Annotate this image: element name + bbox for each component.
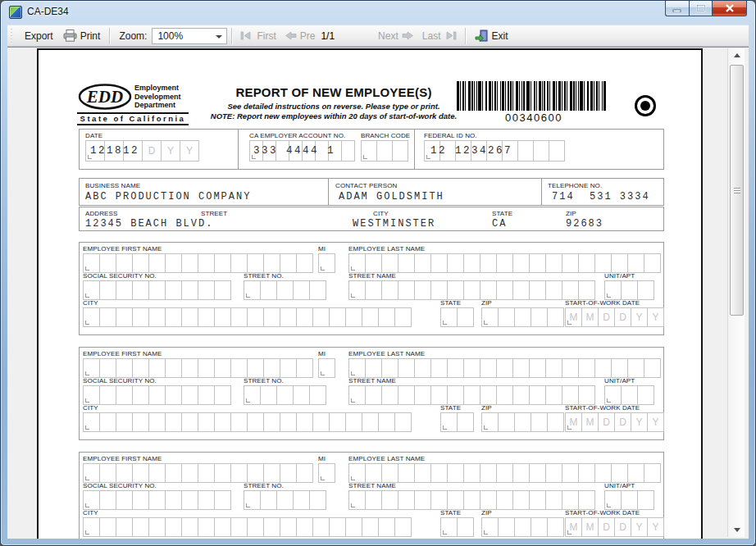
- character-boxes: [83, 253, 313, 273]
- print-icon: [63, 30, 77, 42]
- char-box: [296, 253, 313, 273]
- zoom-value: 100%: [157, 30, 183, 42]
- char-box: [312, 307, 330, 327]
- char-box: [378, 517, 395, 537]
- field-label: MI: [318, 350, 335, 358]
- print-button[interactable]: Print: [58, 27, 106, 44]
- char-box: [562, 253, 579, 273]
- employee-block: EMPLOYEE FIRST NAMEMIEMPLOYEE LAST NAMES…: [79, 242, 664, 335]
- character-boxes: [348, 490, 595, 510]
- close-button[interactable]: [713, 1, 747, 16]
- toolbar-separator: [231, 28, 232, 44]
- char-box: [394, 412, 412, 432]
- scroll-down-button[interactable]: [728, 523, 745, 537]
- minimize-button[interactable]: [665, 1, 689, 16]
- char-box: [230, 307, 248, 327]
- field-label: STATE: [440, 404, 474, 412]
- prev-page-button[interactable]: Pre: [280, 28, 320, 44]
- char-box: [293, 490, 310, 510]
- field-label: START-OF-WORK DATE: [565, 299, 664, 307]
- char-box: [230, 517, 248, 537]
- char-box: [263, 307, 280, 327]
- character-boxes: [481, 412, 564, 432]
- business-section: BUSINESS NAME CONTACT PERSON TELEPHONE N…: [79, 178, 664, 206]
- field-group: UNIT/APT: [604, 272, 654, 300]
- char-box: [312, 412, 330, 432]
- char-box: [545, 358, 562, 378]
- char-box: Y: [647, 517, 664, 537]
- char-box: [214, 463, 231, 483]
- char-box: [594, 253, 612, 273]
- field-group: STREET NAME: [348, 482, 595, 510]
- char-box: [132, 253, 149, 273]
- field-label: EMPLOYEE LAST NAME: [348, 245, 661, 253]
- char-box: [440, 517, 458, 537]
- character-boxes: [440, 307, 474, 327]
- next-page-button[interactable]: Next: [374, 28, 418, 44]
- corner-tick-icon: [85, 266, 89, 271]
- char-box: [132, 517, 149, 537]
- corner-tick-icon: [246, 398, 250, 403]
- maximize-button[interactable]: [689, 1, 713, 16]
- char-box: [381, 490, 398, 510]
- char-box: [578, 490, 595, 510]
- last-page-button[interactable]: Last: [418, 28, 462, 44]
- char-box: [296, 517, 313, 537]
- corner-tick-icon: [443, 530, 447, 535]
- char-box: [457, 412, 474, 432]
- char-box: Y: [631, 307, 648, 327]
- char-box: [529, 358, 546, 378]
- char-box: [148, 463, 166, 483]
- corner-tick-icon: [85, 476, 89, 480]
- exit-button[interactable]: Exit: [470, 27, 512, 44]
- char-box: [594, 463, 612, 483]
- char-box: [348, 253, 366, 273]
- char-box: D: [598, 307, 615, 327]
- char-box: [247, 463, 264, 483]
- scrollbar-thumb[interactable]: [730, 65, 744, 316]
- first-page-button[interactable]: First: [236, 28, 280, 44]
- char-box: [496, 280, 513, 300]
- form-note: NOTE: Report new employees within 20 day…: [186, 111, 481, 121]
- char-box: [547, 307, 564, 327]
- title-bar[interactable]: CA-DE34: [1, 1, 755, 25]
- char-box: [116, 463, 133, 483]
- char-box: D: [614, 307, 631, 327]
- next-icon: [402, 31, 414, 40]
- char-box: M: [565, 517, 582, 537]
- char-box: [312, 517, 330, 537]
- char-box: [414, 463, 431, 483]
- char-box: [545, 253, 562, 273]
- toolbar-grip[interactable]: [11, 29, 15, 43]
- corner-tick-icon: [85, 398, 89, 403]
- char-box: [345, 307, 362, 327]
- char-box: [430, 385, 448, 405]
- field-label: CITY: [83, 299, 412, 307]
- char-box: [392, 140, 408, 162]
- char-box: [83, 463, 100, 483]
- logo-dept-line: Employment: [134, 84, 181, 93]
- char-box: Y: [161, 140, 180, 162]
- edd-ellipse-icon: EDD: [77, 82, 133, 111]
- export-button[interactable]: Export: [20, 28, 58, 44]
- field-group: SOCIAL SECURITY NO.: [83, 482, 231, 510]
- field-group: STREET NAME: [348, 377, 595, 405]
- corner-tick-icon: [85, 503, 89, 507]
- zoom-select[interactable]: 100%: [152, 28, 227, 44]
- corner-tick-icon: [351, 503, 355, 507]
- char-box: [263, 358, 280, 378]
- corner-tick-icon: [567, 425, 572, 430]
- field-label: ZIP: [481, 509, 564, 517]
- vertical-scrollbar[interactable]: [727, 48, 745, 537]
- char-box: [611, 253, 628, 273]
- char-box: [637, 385, 654, 405]
- char-box: [365, 385, 382, 405]
- char-box: [181, 385, 198, 405]
- scroll-up-button[interactable]: [728, 48, 745, 62]
- section-divider: [541, 179, 542, 205]
- char-box: Y: [647, 412, 664, 432]
- char-box: [627, 358, 644, 378]
- char-box: [529, 385, 546, 405]
- char-box: [348, 490, 366, 510]
- field-group: MI: [318, 245, 335, 273]
